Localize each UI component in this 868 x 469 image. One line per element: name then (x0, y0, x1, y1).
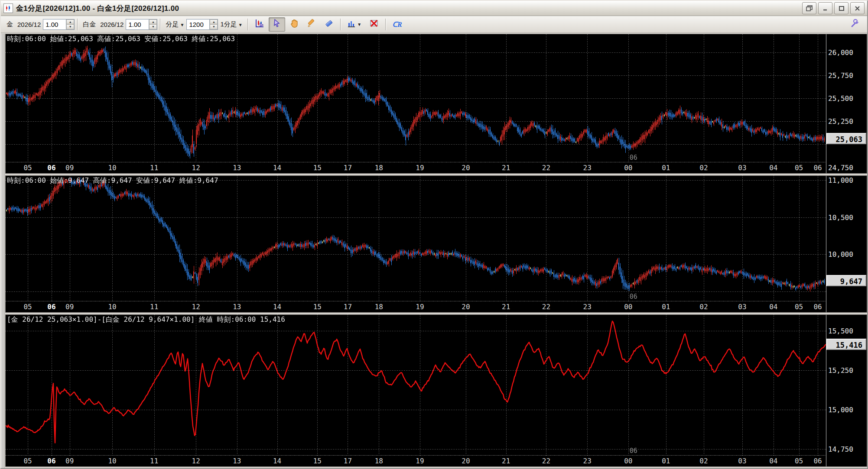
x-tick-label: 06 (47, 457, 55, 465)
spin-up-button[interactable]: ▲ (66, 19, 74, 25)
chart-area: 時刻:06:00 始値:25,063 高値:25,063 安値:25,063 終… (1, 33, 867, 469)
x-tick-label: 20 (462, 303, 470, 311)
gold-x-axis: 0506091011121314151718192021222300010203… (6, 162, 826, 173)
x-tick-label: 03 (738, 303, 746, 311)
x-tick-label: 09 (65, 457, 74, 465)
chart-crosshair-icon (255, 19, 264, 30)
title-bar[interactable]: 金1分足[2026/12]1.00 - 白金1分足[2026/12]1.00 (1, 1, 867, 16)
eraser-icon (324, 19, 334, 30)
x-tick-label: 03 (738, 164, 746, 172)
gold-ohlc-readout: 時刻:06:00 始値:25,063 高値:25,063 安値:25,063 終… (7, 35, 235, 44)
y-tick-label: 25,750 (828, 71, 853, 80)
x-tick-label: 23 (583, 457, 591, 465)
spread-y-axis: 15,416 15,50015,25015,00014,750 (826, 315, 867, 466)
draw-tool-button[interactable] (303, 17, 320, 32)
platinum-x-axis: 0506091011121314151718192021222300010203… (6, 301, 826, 312)
reset-chart-button[interactable]: ᑕR (389, 17, 406, 32)
preferences-button[interactable] (847, 17, 863, 32)
y-tick-label: 10,500 (828, 213, 853, 222)
left-resize-grip[interactable] (1, 34, 5, 469)
x-tick-label: 15 (313, 164, 322, 172)
y-tick-label: 10,000 (828, 250, 853, 259)
x-tick-label: 14 (273, 303, 281, 311)
platinum-contract-value: 2026/12 (100, 21, 124, 28)
x-tick-label: 22 (542, 457, 550, 465)
x-tick-label: 06 (47, 164, 55, 172)
bar-chart-icon (347, 19, 356, 29)
y-tick-label: 25,500 (828, 94, 853, 103)
x-tick-label: 09 (65, 303, 74, 311)
spin-up-button[interactable]: ▲ (210, 19, 218, 25)
spin-down-button[interactable]: ▼ (210, 24, 218, 29)
chart-settings-button[interactable] (251, 17, 268, 32)
interval-dropdown[interactable]: 分足▼ (166, 20, 184, 29)
x-tick-label: 18 (375, 164, 383, 172)
bars-count-input[interactable]: 1200 ▲ ▼ (186, 19, 218, 30)
x-tick-label: 10 (108, 303, 116, 311)
cascade-window-button[interactable] (802, 2, 816, 14)
x-tick-label: 05 (23, 457, 32, 465)
y-tick-label: 14,750 (828, 445, 853, 453)
x-tick-label: 05 (795, 164, 803, 172)
minimize-button[interactable] (818, 2, 832, 14)
gold-chart-canvas[interactable] (6, 34, 826, 162)
spread-x-axis: 0506091011121314151718192021222300010203… (6, 456, 826, 466)
cr-icon: ᑕR (392, 20, 402, 29)
x-tick-label: 03 (738, 457, 746, 465)
gold-multiplier-input[interactable]: 1.00 ▲ ▼ (43, 19, 75, 30)
toolbar-separator (77, 19, 78, 30)
platinum-chart-canvas[interactable] (6, 176, 826, 301)
maximize-button[interactable] (834, 2, 848, 14)
platinum-last-price-badge: 9,647 (826, 275, 866, 286)
platinum-chart-panel: 時刻:06:00 始値:9,647 高値:9,647 安値:9,647 終値:9… (5, 175, 867, 313)
x-tick-label: 10 (108, 457, 116, 465)
platinum-multiplier-input[interactable]: 1.00 ▲ ▼ (126, 19, 157, 30)
gold-y-axis: 25,063 26,00025,75025,50025,25024,750 (826, 34, 867, 173)
chevron-down-icon: ▼ (238, 23, 243, 27)
wrench-icon (851, 19, 859, 29)
toolbar-separator (385, 19, 386, 30)
gold-chart-panel: 時刻:06:00 始値:25,063 高値:25,063 安値:25,063 終… (5, 34, 867, 174)
y-tick-label: 26,000 (828, 49, 853, 57)
x-tick-label: 23 (583, 303, 591, 311)
x-tick-label: 18 (375, 303, 383, 311)
x-tick-label: 13 (233, 303, 241, 311)
x-tick-label: 15 (313, 457, 322, 465)
x-tick-label: 21 (502, 164, 510, 172)
x-tick-label: 19 (416, 303, 424, 311)
y-tick-label: 25,250 (828, 117, 853, 126)
x-tick-label: 13 (233, 164, 241, 172)
pencil-icon (307, 19, 316, 30)
x-tick-label: 22 (542, 164, 550, 172)
spin-down-button[interactable]: ▼ (66, 24, 74, 29)
close-button[interactable] (850, 2, 865, 14)
pan-tool-button[interactable] (286, 17, 302, 32)
indicator-dropdown-button[interactable]: ▼ (344, 17, 365, 32)
timeframe-dropdown[interactable]: 1分足▼ (220, 20, 242, 29)
x-tick-label: 17 (344, 457, 352, 465)
spread-chart-canvas[interactable] (6, 315, 826, 456)
x-tick-label: 11 (150, 457, 158, 465)
x-tick-label: 18 (375, 457, 383, 465)
x-tick-label: 05 (795, 457, 803, 465)
chart-delete-icon (369, 19, 379, 30)
spread-readout: [金 26/12 25,063×1.00]-[白金 26/12 9,647×1.… (7, 315, 285, 324)
spin-down-button[interactable]: ▼ (149, 24, 157, 29)
x-tick-label: 05 (23, 164, 32, 172)
x-tick-label: 11 (150, 303, 158, 311)
x-tick-label: 05 (23, 303, 32, 311)
x-tick-label: 21 (502, 303, 510, 311)
x-tick-label: 19 (416, 164, 424, 172)
spin-up-button[interactable]: ▲ (149, 19, 157, 25)
remove-indicator-button[interactable] (366, 17, 382, 32)
gold-label: 金 (7, 20, 13, 29)
x-tick-label: 06 (813, 164, 822, 172)
y-tick-label: 15,000 (828, 406, 853, 414)
erase-tool-button[interactable] (321, 17, 337, 32)
x-tick-label: 00 (624, 303, 632, 311)
x-tick-label: 21 (502, 457, 510, 465)
gold-contract-value: 2026/12 (17, 21, 41, 28)
cursor-tool-button[interactable] (269, 17, 285, 32)
x-tick-label: 10 (108, 164, 116, 172)
y-tick-label: 15,500 (828, 327, 853, 335)
